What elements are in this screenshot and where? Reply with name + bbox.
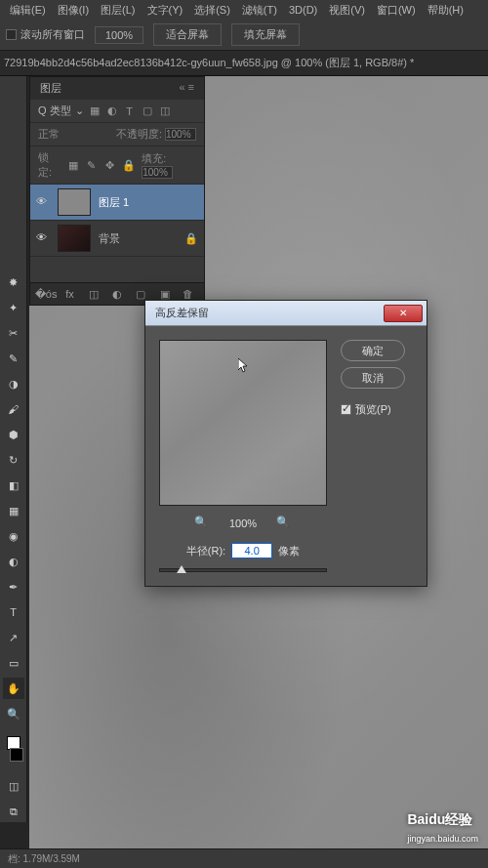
filter-adjust-icon[interactable]: ◐ — [105, 104, 119, 118]
type-tool-icon[interactable]: T — [3, 601, 24, 623]
opacity-control: 不透明度: — [116, 127, 196, 142]
link-layers-icon[interactable]: �ós — [39, 287, 53, 301]
filter-smart-icon[interactable]: ◫ — [158, 104, 172, 118]
filter-pixel-icon[interactable]: ▦ — [88, 104, 102, 118]
layer-mask-icon[interactable]: ◫ — [87, 287, 101, 301]
menu-edit[interactable]: 编辑(E) — [4, 3, 52, 18]
document-tab[interactable]: 72919b4bb2d4c56b4ad2ec8136b412c-gy6uun_f… — [4, 56, 414, 70]
eyedropper-tool-icon[interactable]: ✎ — [3, 348, 24, 369]
lock-label: 锁定: — [38, 150, 61, 180]
menu-filter[interactable]: 滤镜(T) — [236, 3, 283, 18]
fill-input[interactable] — [142, 166, 173, 179]
layers-panel: 图层 « ≡ Q 类型 ⌄ ▦ ◐ T ▢ ◫ 正常 不透明度: 锁定: ▦ ✎… — [29, 76, 205, 306]
cancel-button[interactable]: 取消 — [341, 367, 405, 389]
layer-filter-row: Q 类型 ⌄ ▦ ◐ T ▢ ◫ — [30, 100, 204, 123]
kind-filter[interactable]: Q 类型 — [38, 103, 71, 118]
group-icon[interactable]: ▢ — [134, 287, 147, 301]
lock-pixels-icon[interactable]: ✎ — [85, 158, 98, 172]
opacity-label: 不透明度: — [116, 128, 162, 140]
status-bar: 档: 1.79M/3.59M — [0, 848, 488, 868]
shape-tool-icon[interactable]: ▭ — [3, 652, 24, 674]
dialog-body: 🔍 100% 🔍 半径(R): 像素 确定 取消 预览(P) — [145, 326, 427, 586]
preview-checkbox[interactable]: 预览(P) — [341, 402, 405, 417]
layer-thumbnail[interactable] — [58, 225, 91, 252]
lasso-tool-icon[interactable]: ✸ — [3, 271, 24, 293]
chevron-down-icon: ⌄ — [75, 104, 84, 117]
new-layer-icon[interactable]: ▣ — [158, 287, 172, 301]
layer-item[interactable]: 👁 图层 1 — [30, 185, 204, 221]
eraser-tool-icon[interactable]: ◧ — [3, 475, 24, 496]
fit-screen-button[interactable]: 适合屏幕 — [153, 23, 222, 46]
adjustment-layer-icon[interactable]: ◐ — [110, 287, 124, 301]
zoom-in-icon[interactable]: 🔍 — [276, 516, 292, 531]
scroll-all-label: 滚动所有窗口 — [20, 27, 85, 42]
stamp-tool-icon[interactable]: ⬢ — [3, 424, 24, 445]
panel-tab[interactable]: 图层 « ≡ — [30, 77, 204, 100]
radius-slider[interactable] — [159, 568, 327, 572]
blend-mode-select[interactable]: 正常 — [38, 127, 60, 142]
wand-tool-icon[interactable]: ✦ — [3, 297, 24, 318]
background-color-swatch[interactable] — [10, 748, 23, 762]
menu-image[interactable]: 图像(I) — [52, 3, 95, 18]
blend-row: 正常 不透明度: — [30, 123, 204, 146]
menu-window[interactable]: 窗口(W) — [371, 3, 422, 18]
layer-name[interactable]: 背景 — [99, 231, 120, 246]
zoom-controls: 🔍 100% 🔍 — [159, 516, 327, 531]
path-tool-icon[interactable]: ↗ — [3, 627, 24, 648]
panel-title: 图层 — [40, 81, 61, 96]
filter-type-icon[interactable]: T — [123, 104, 137, 118]
layer-style-icon[interactable]: fx — [62, 287, 76, 301]
lock-all-icon[interactable]: 🔒 — [122, 158, 136, 172]
close-button[interactable]: ✕ — [384, 305, 423, 322]
dodge-tool-icon[interactable]: ◐ — [3, 551, 24, 572]
layer-list: 👁 图层 1 👁 背景 🔒 — [30, 185, 204, 257]
quickmask-icon[interactable]: ◫ — [3, 775, 24, 797]
history-brush-icon[interactable]: ↻ — [3, 449, 24, 471]
zoom-value[interactable]: 100% — [95, 26, 143, 44]
toolbox: ✸ ✦ ✂ ✎ ◑ 🖌 ⬢ ↻ ◧ ▦ ◉ ◐ ✒ T ↗ ▭ ✋ 🔍 ◫ ⧉ — [0, 76, 27, 822]
gradient-tool-icon[interactable]: ▦ — [3, 500, 24, 521]
dialog-title: 高反差保留 — [155, 306, 209, 320]
menu-3d[interactable]: 3D(D) — [283, 4, 323, 16]
fill-label: 填充: — [142, 152, 166, 164]
pen-tool-icon[interactable]: ✒ — [3, 576, 24, 598]
preview-image[interactable] — [159, 340, 327, 506]
radius-input[interactable] — [231, 543, 272, 558]
screenmode-icon[interactable]: ⧉ — [3, 801, 24, 822]
layer-name[interactable]: 图层 1 — [99, 195, 129, 210]
opacity-input[interactable] — [165, 128, 196, 141]
slider-thumb-icon[interactable] — [177, 565, 186, 573]
menu-layer[interactable]: 图层(L) — [95, 3, 141, 18]
menu-select[interactable]: 选择(S) — [188, 3, 236, 18]
layer-thumbnail[interactable] — [58, 188, 91, 216]
document-tab-bar: 72919b4bb2d4c56b4ad2ec8136b412c-gy6uun_f… — [0, 51, 488, 76]
visibility-eye-icon[interactable]: 👁 — [36, 231, 50, 245]
options-bar: 滚动所有窗口 100% 适合屏幕 填充屏幕 — [0, 20, 488, 51]
hand-tool-icon[interactable]: ✋ — [3, 678, 24, 699]
fill-screen-button[interactable]: 填充屏幕 — [231, 23, 300, 46]
menu-help[interactable]: 帮助(H) — [422, 3, 469, 18]
lock-position-icon[interactable]: ✥ — [103, 158, 116, 172]
zoom-out-icon[interactable]: 🔍 — [194, 516, 210, 531]
preview-column: 🔍 100% 🔍 半径(R): 像素 — [159, 340, 327, 572]
menu-type[interactable]: 文字(Y) — [142, 3, 189, 18]
radius-unit: 像素 — [278, 544, 300, 558]
crop-tool-icon[interactable]: ✂ — [3, 322, 24, 344]
ok-button[interactable]: 确定 — [341, 340, 405, 361]
scroll-all-checkbox[interactable]: 滚动所有窗口 — [6, 27, 85, 42]
lock-transparency-icon[interactable]: ▦ — [66, 158, 79, 172]
zoom-tool-icon[interactable]: 🔍 — [3, 703, 24, 724]
blur-tool-icon[interactable]: ◉ — [3, 525, 24, 547]
panel-menu-icon[interactable]: « ≡ — [179, 81, 194, 96]
delete-layer-icon[interactable]: 🗑 — [182, 287, 195, 301]
visibility-eye-icon[interactable]: 👁 — [36, 195, 50, 209]
menu-view[interactable]: 视图(V) — [323, 3, 371, 18]
workspace: ✸ ✦ ✂ ✎ ◑ 🖌 ⬢ ↻ ◧ ▦ ◉ ◐ ✒ T ↗ ▭ ✋ 🔍 ◫ ⧉ … — [0, 76, 488, 868]
dialog-titlebar[interactable]: 高反差保留 ✕ — [145, 301, 427, 326]
layer-item[interactable]: 👁 背景 🔒 — [30, 221, 204, 257]
filter-shape-icon[interactable]: ▢ — [141, 104, 154, 118]
watermark-url: jingyan.baidu.com — [407, 834, 478, 844]
high-pass-dialog: 高反差保留 ✕ 🔍 100% 🔍 半径(R): 像素 — [144, 300, 427, 587]
brush-tool-icon[interactable]: 🖌 — [3, 398, 24, 420]
heal-tool-icon[interactable]: ◑ — [3, 373, 24, 394]
